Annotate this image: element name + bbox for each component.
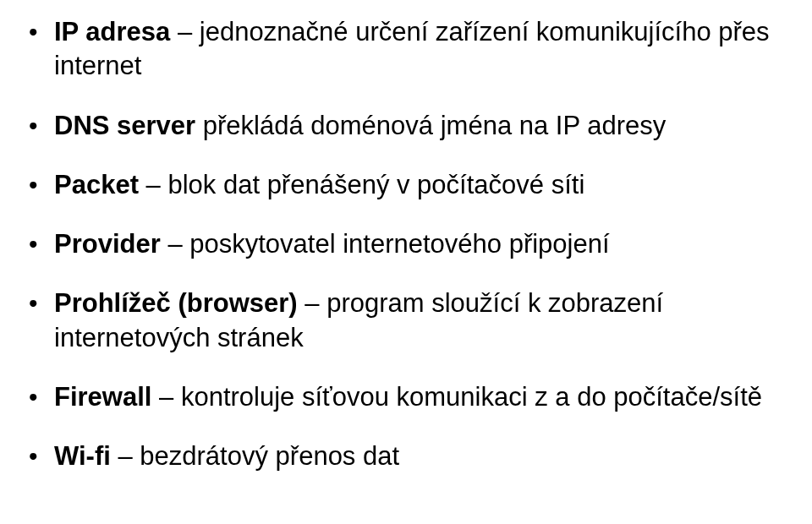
- term: Provider: [54, 229, 161, 259]
- list-item: Provider – poskytovatel internetového př…: [24, 227, 778, 261]
- list-item: IP adresa – jednoznačné určení zařízení …: [24, 15, 778, 84]
- separator: [195, 111, 203, 140]
- definition: kontroluje síťovou komunikaci z a do poč…: [181, 382, 762, 412]
- separator: –: [298, 288, 326, 318]
- list-item: Packet – blok dat přenášený v počítačové…: [24, 168, 778, 202]
- definition: bezdrátový přenos dat: [140, 441, 399, 471]
- list-item: Wi-fi – bezdrátový přenos dat: [24, 439, 778, 473]
- list-item: Prohlížeč (browser) – program sloužící k…: [24, 287, 778, 355]
- term: IP adresa: [54, 17, 170, 46]
- separator: –: [151, 382, 180, 412]
- list-item: DNS server překládá doménová jména na IP…: [24, 109, 778, 143]
- term: DNS server: [54, 111, 195, 140]
- term: Packet: [54, 170, 139, 199]
- list-item: Firewall – kontroluje síťovou komunikaci…: [24, 380, 778, 414]
- separator: –: [139, 170, 167, 199]
- term: Prohlížeč (browser): [54, 288, 298, 318]
- term: Firewall: [54, 382, 151, 412]
- term: Wi-fi: [54, 441, 111, 471]
- definition: poskytovatel internetového připojení: [189, 229, 609, 259]
- separator: –: [161, 229, 189, 259]
- definition: překládá doménová jména na IP adresy: [203, 111, 666, 140]
- definition-list: IP adresa – jednoznačné určení zařízení …: [24, 15, 778, 474]
- definition: blok dat přenášený v počítačové síti: [167, 170, 584, 199]
- separator: –: [111, 441, 140, 471]
- separator: –: [170, 17, 199, 46]
